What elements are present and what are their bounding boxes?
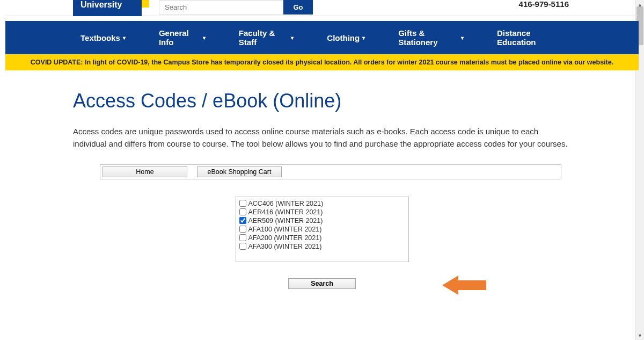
nav-label: Gifts & Stationery (398, 28, 458, 47)
course-row[interactable]: AER416 (WINTER 2021) (239, 208, 405, 216)
course-label: AFA300 (WINTER 2021) (248, 243, 322, 250)
search-input[interactable] (159, 0, 283, 15)
nav-clothing[interactable]: Clothing▾ (327, 28, 365, 47)
course-row[interactable]: AFA100 (WINTER 2021) (239, 225, 405, 234)
page-title: Access Codes / eBook (Online) (73, 90, 571, 112)
nav-faculty-staff[interactable]: Faculty & Staff▾ (239, 28, 294, 47)
search-go-button[interactable]: Go (283, 0, 313, 15)
ebook-tool-frame: Home eBook Shopping Cart (100, 164, 561, 179)
course-search-button[interactable]: Search (288, 278, 356, 289)
scroll-down-arrow-icon[interactable]: ▼ (635, 331, 644, 340)
logo-text: University (80, 0, 122, 10)
course-checkbox[interactable] (239, 217, 246, 224)
course-row[interactable]: ACC406 (WINTER 2021) (239, 199, 405, 208)
course-checkbox[interactable] (239, 208, 246, 215)
nav-distance-education[interactable]: Distance Education (497, 28, 564, 47)
site-search: Go (159, 0, 313, 15)
course-checkbox[interactable] (239, 243, 246, 250)
course-label: ACC406 (WINTER 2021) (248, 200, 324, 207)
chevron-down-icon: ▾ (291, 35, 294, 41)
course-label: AER509 (WINTER 2021) (248, 217, 323, 225)
course-label: AFA100 (WINTER 2021) (248, 226, 322, 233)
course-checkbox[interactable] (239, 234, 246, 241)
course-checkbox[interactable] (239, 200, 246, 207)
nav-label: Faculty & Staff (239, 28, 289, 47)
covid-notice: COVID UPDATE: In light of COVID-19, the … (5, 54, 639, 70)
svg-marker-0 (442, 276, 486, 295)
main-nav: Textbooks▾ General Info▾ Faculty & Staff… (5, 21, 639, 54)
top-bar: University Go 416-979-5116 (5, 0, 639, 16)
course-row[interactable]: AFA200 (WINTER 2021) (239, 234, 405, 242)
course-row[interactable]: AER509 (WINTER 2021) (239, 216, 405, 225)
chevron-down-icon: ▾ (461, 35, 464, 41)
tool-tabs: Home eBook Shopping Cart (100, 165, 561, 179)
course-listbox[interactable]: ACC406 (WINTER 2021) AER416 (WINTER 2021… (236, 197, 409, 262)
tab-cart-button[interactable]: eBook Shopping Cart (197, 167, 282, 177)
chevron-down-icon: ▾ (203, 35, 206, 41)
nav-label: Distance Education (497, 28, 564, 47)
course-row[interactable]: AFA300 (WINTER 2021) (239, 242, 405, 251)
course-checkbox[interactable] (239, 226, 246, 233)
chevron-down-icon: ▾ (123, 35, 126, 41)
main-content: Access Codes / eBook (Online) Access cod… (5, 70, 639, 321)
nav-label: General Info (159, 28, 200, 47)
course-label: AFA200 (WINTER 2021) (248, 234, 322, 242)
nav-label: Clothing (327, 33, 360, 42)
logo-accent (142, 0, 149, 8)
nav-gifts-stationery[interactable]: Gifts & Stationery▾ (398, 28, 464, 47)
site-logo[interactable]: University (73, 0, 142, 16)
annotation-arrow-icon (442, 274, 486, 296)
nav-textbooks[interactable]: Textbooks▾ (80, 28, 126, 47)
tab-home-button[interactable]: Home (103, 167, 187, 177)
page-intro: Access codes are unique passwords used t… (73, 125, 571, 150)
chevron-down-icon: ▾ (362, 35, 365, 41)
search-area: Search (73, 278, 571, 300)
course-label: AER416 (WINTER 2021) (248, 208, 323, 216)
phone-number: 416-979-5116 (519, 0, 569, 8)
nav-label: Textbooks (80, 33, 120, 42)
nav-general-info[interactable]: General Info▾ (159, 28, 206, 47)
